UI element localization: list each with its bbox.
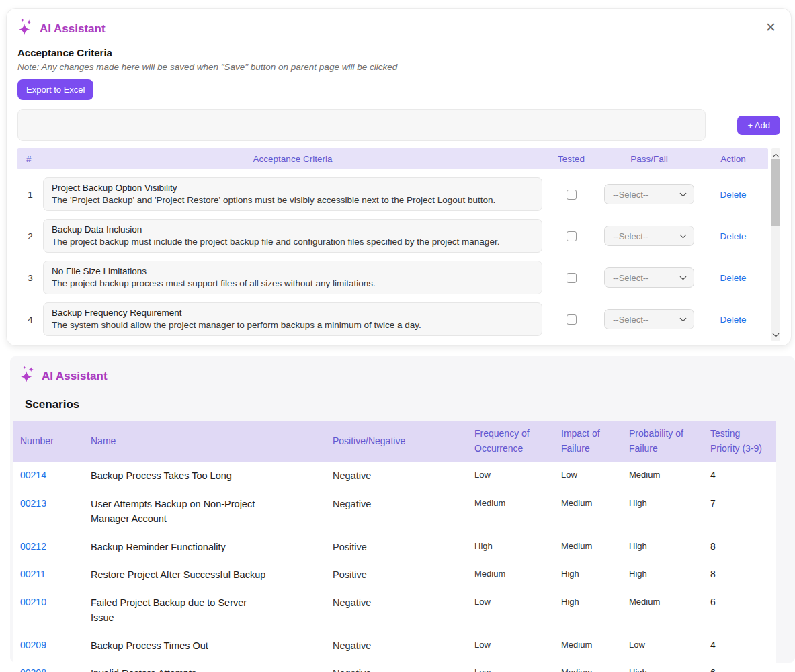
col-passfail: Pass/Fail [600, 154, 698, 164]
passfail-select[interactable]: --Select-- [604, 184, 694, 204]
scenario-frequency: Low [468, 589, 554, 632]
scenario-number-link[interactable]: 00211 [13, 560, 84, 588]
scenario-name: User Attempts Backup on Non-Project Mana… [84, 490, 279, 533]
scenario-type: Negative [326, 462, 468, 489]
note-text: Note: Any changes made here will be save… [17, 62, 780, 72]
criteria-row: 1 Project Backup Option Visibility The '… [17, 177, 768, 211]
scenario-probability: High [622, 490, 704, 533]
scenario-type: Positive [326, 533, 468, 560]
scenarios-heading: Scenarios [25, 398, 776, 411]
criteria-row: 2 Backup Data Inclusion The project back… [17, 219, 768, 253]
delete-link[interactable]: Delete [720, 190, 746, 200]
col-impact: Impact of Failure [554, 421, 622, 462]
delete-link[interactable]: Delete [720, 273, 746, 283]
scenario-impact: Medium [554, 533, 622, 560]
scenario-impact: High [554, 589, 622, 632]
passfail-select-value: --Select-- [613, 273, 648, 283]
criteria-title: Backup Frequency Requirement [52, 308, 534, 318]
criteria-description: The 'Project Backup' and 'Project Restor… [52, 195, 534, 205]
col-tested: Tested [542, 154, 600, 164]
scenario-row: 00212 Backup Reminder Functionality Posi… [13, 533, 776, 560]
scenario-type: Negative [326, 589, 468, 632]
chevron-down-icon [680, 315, 687, 322]
criteria-text-box[interactable]: No File Size Limitations The project bac… [43, 261, 542, 294]
scenario-type: Negative [326, 659, 468, 672]
scenarios-table-header: Number Name Positive/Negative Frequency … [13, 421, 776, 462]
criteria-title: Project Backup Option Visibility [52, 183, 534, 193]
tested-checkbox[interactable] [567, 190, 577, 200]
criteria-text-box[interactable]: Project Backup Option Visibility The 'Pr… [43, 177, 542, 211]
scenario-priority: 4 [704, 462, 776, 489]
scrollbar-thumb[interactable] [771, 159, 780, 226]
tested-checkbox[interactable] [567, 314, 577, 325]
close-icon[interactable]: ✕ [765, 21, 776, 34]
acceptance-criteria-dialog: AI Assistant ✕ Acceptance Criteria Note:… [6, 8, 792, 346]
passfail-select[interactable]: --Select-- [604, 309, 694, 329]
scenario-name: Backup Process Takes Too Long [84, 462, 279, 489]
chevron-down-icon [680, 232, 687, 239]
criteria-row-number: 2 [17, 231, 43, 241]
table-header: # Acceptance Criteria Tested Pass/Fail A… [17, 148, 768, 169]
passfail-select[interactable]: --Select-- [604, 226, 694, 246]
scenario-frequency: High [468, 533, 554, 560]
col-criteria: Acceptance Criteria [43, 154, 542, 164]
table-scrollbar[interactable] [771, 148, 780, 341]
criteria-text-box[interactable]: Backup Data Inclusion The project backup… [43, 219, 542, 253]
scenario-impact: High [554, 560, 622, 588]
export-to-excel-button[interactable]: Export to Excel [17, 79, 93, 100]
chevron-down-icon [680, 190, 687, 197]
add-button[interactable]: + Add [737, 116, 780, 135]
criteria-row: 3 No File Size Limitations The project b… [17, 261, 768, 294]
tested-checkbox[interactable] [567, 231, 577, 241]
delete-link[interactable]: Delete [720, 231, 746, 241]
passfail-select[interactable]: --Select-- [604, 267, 694, 288]
scenario-frequency: Low [468, 632, 554, 659]
scenario-impact: Medium [554, 490, 622, 533]
scenario-frequency: Low [468, 659, 554, 672]
scenario-probability: High [622, 659, 704, 672]
criteria-title: No File Size Limitations [52, 266, 534, 276]
scenario-priority: 6 [704, 589, 776, 632]
col-action: Action [698, 154, 768, 164]
scenario-probability: Low [622, 632, 704, 659]
delete-link[interactable]: Delete [720, 314, 746, 325]
scenario-type: Positive [326, 560, 468, 588]
sparkle-icon [17, 18, 34, 39]
col-scenario-number: Number [13, 421, 84, 462]
acceptance-criteria-heading: Acceptance Criteria [17, 47, 780, 58]
tested-checkbox[interactable] [567, 273, 577, 283]
scenario-probability: High [622, 533, 704, 560]
ai-assistant-brand: AI Assistant [17, 18, 106, 39]
scenario-frequency: Medium [468, 490, 554, 533]
new-criteria-row: + Add [17, 109, 780, 141]
criteria-description: The project backup process must support … [52, 278, 534, 288]
ai-assistant-title-2: AI Assistant [42, 370, 108, 383]
col-positive-negative: Positive/Negative [326, 421, 468, 462]
scenario-row: 00213 User Attempts Backup on Non-Projec… [13, 490, 776, 533]
scenario-row: 00214 Backup Process Takes Too Long Nega… [13, 462, 776, 489]
scenario-number-link[interactable]: 00213 [13, 490, 84, 533]
chevron-down-icon [680, 274, 687, 280]
new-criteria-input[interactable] [17, 109, 706, 141]
criteria-text-box[interactable]: Backup Frequency Requirement The system … [43, 302, 542, 336]
scenario-number-link[interactable]: 00209 [13, 632, 84, 659]
col-frequency: Frequency of Occurrence [468, 421, 554, 462]
scenario-name: Invalid Restore Attempts [84, 659, 279, 672]
scenario-row: 00210 Failed Project Backup due to Serve… [13, 589, 776, 632]
scenario-number-link[interactable]: 00214 [13, 462, 84, 489]
scenario-number-link[interactable]: 00212 [13, 533, 84, 560]
scenario-priority: 8 [704, 560, 776, 588]
scenario-number-link[interactable]: 00208 [13, 659, 84, 672]
criteria-description: The system should allow the project mana… [52, 320, 534, 330]
scenario-number-link[interactable]: 00210 [13, 589, 84, 632]
criteria-description: The project backup must include the proj… [52, 237, 534, 247]
scenario-impact: Low [554, 462, 622, 489]
col-probability: Probability of Failure [622, 421, 704, 462]
scenario-name: Backup Process Times Out [84, 632, 279, 659]
scenario-impact: Medium [554, 632, 622, 659]
criteria-row-number: 1 [17, 190, 43, 200]
scenario-probability: High [622, 560, 704, 588]
scenario-priority: 6 [704, 659, 776, 672]
scenario-priority: 7 [704, 490, 776, 533]
scroll-down-icon[interactable] [773, 331, 780, 337]
